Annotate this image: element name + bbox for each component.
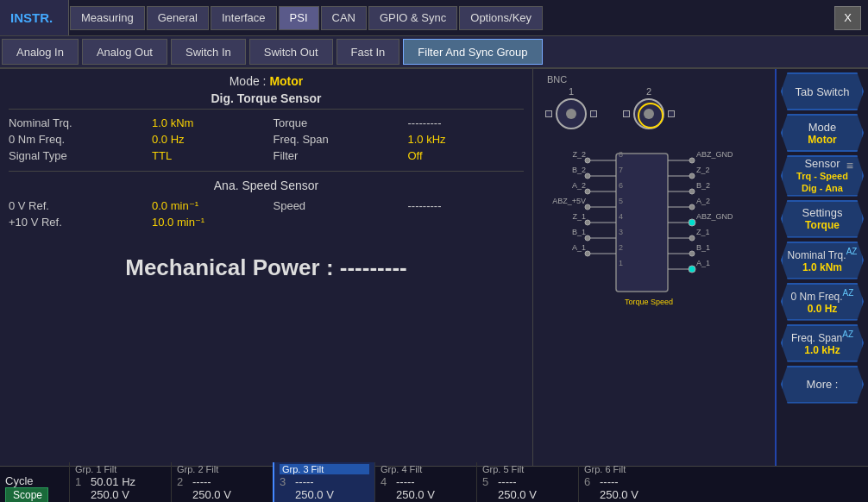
tab-fast-in[interactable]: Fast In	[337, 39, 400, 65]
sensor-hex-val: Trq - SpeedDig - Ana	[796, 170, 848, 195]
grp-5-line1: -----	[498, 475, 517, 488]
mech-power-label: Mechanical Power :	[125, 254, 333, 280]
freq-span-hex-btn[interactable]: Freq. SpanAZ 1.0 kHz	[781, 324, 864, 362]
grp-2-title: Grp. 2 Filt	[177, 464, 267, 474]
mech-power: Mechanical Power : ---------	[9, 254, 524, 281]
grp-3-line2: 250.0 V	[295, 488, 334, 501]
mode-hex-btn[interactable]: Mode Motor	[781, 114, 864, 152]
bnc-corner-2-tr	[668, 110, 675, 117]
grp-3-v: 250.0 V	[280, 488, 369, 501]
interface-btn[interactable]: Interface	[211, 6, 277, 30]
svg-point-20	[689, 189, 695, 194]
svg-text:2: 2	[619, 243, 623, 252]
tab-switch-out[interactable]: Switch Out	[249, 39, 333, 65]
svg-text:Speed: Speed	[651, 298, 673, 306]
grp-5-sp	[482, 488, 494, 501]
general-btn[interactable]: General	[147, 6, 209, 30]
svg-text:ABZ_GND: ABZ_GND	[696, 212, 733, 221]
grp-5-v: 250.0 V	[482, 488, 573, 501]
speed-params: 0 V Ref. 0.0 min⁻¹ Speed --------- +10 V…	[9, 199, 524, 229]
grp-2-v: 250.0 V	[177, 488, 267, 501]
grp-2-num: 2	[177, 475, 189, 488]
empty-label	[274, 216, 403, 229]
grp-4-num: 4	[381, 475, 393, 488]
svg-point-22	[689, 204, 695, 210]
mode-hex-label: Mode	[808, 121, 837, 134]
grp-4-vals: 4 -----	[381, 475, 471, 488]
tab-switch-in[interactable]: Switch In	[171, 39, 246, 65]
sensor-hex-label: Sensor	[804, 157, 840, 170]
freq-span-label: Freq. Span	[274, 133, 403, 146]
bnc-corner-1-tr	[590, 110, 597, 117]
tab-switch-btn[interactable]: Tab Switch	[781, 72, 864, 110]
grp-1-line2: 250.0 V	[91, 488, 129, 501]
grp-3-sp	[280, 488, 292, 501]
speed-label: Speed	[274, 199, 403, 212]
right-panel: BNC 1 2	[533, 69, 775, 466]
grp-4-v: 250.0 V	[381, 488, 471, 501]
gpio-btn[interactable]: GPIO & Sync	[368, 6, 457, 30]
svg-text:7: 7	[619, 166, 623, 174]
status-bar: Cycle Scope Grp. 1 Filt 1 50.01 Hz 250.0…	[0, 466, 868, 502]
dig-torque-title: Dig. Torque Sensor	[9, 91, 524, 110]
filter-value: Off	[408, 149, 525, 162]
tab-analog-in[interactable]: Analog In	[2, 39, 79, 65]
empty-value	[408, 216, 525, 229]
svg-text:B_1: B_1	[696, 243, 710, 252]
options-btn[interactable]: Options/Key	[459, 6, 543, 30]
svg-text:Z_1: Z_1	[696, 228, 710, 236]
svg-text:B_2: B_2	[696, 181, 710, 190]
scope-cycle: Cycle Scope	[0, 473, 69, 502]
torque-label: Torque	[274, 116, 403, 129]
0nm-freq-hex-btn[interactable]: 0 Nm Freq.AZ 0.0 Hz	[781, 283, 864, 321]
grp-5-num: 5	[482, 475, 494, 488]
grp-6-v: 250.0 V	[584, 488, 675, 501]
svg-point-18	[689, 173, 695, 179]
filter-label: Filter	[274, 149, 403, 162]
grp-2-vals: 2 -----	[177, 475, 267, 488]
top-bar: INSTR. Measuring General Interface PSI C…	[0, 0, 868, 36]
0nm-freq-value: 0.0 Hz	[152, 133, 268, 146]
cycle-label: Cycle	[5, 474, 64, 487]
freq-span-value: 1.0 kHz	[408, 133, 525, 146]
grp-3-vals: 3 -----	[280, 475, 369, 488]
bnc-circle-1	[556, 98, 587, 129]
more-hex-btn[interactable]: More :	[781, 366, 864, 404]
nominal-trq-hex-btn[interactable]: Nominal Trq.AZ 1.0 kNm	[781, 242, 864, 279]
speed-value: ---------	[408, 199, 525, 212]
mode-value: Motor	[269, 74, 303, 88]
svg-text:Z_1: Z_1	[572, 212, 586, 221]
grp-1-vals: 1 50.01 Hz	[75, 475, 166, 488]
tab-filter-sync[interactable]: Filter And Sync Group	[403, 39, 542, 65]
10vref-label: +10 V Ref.	[9, 216, 147, 229]
svg-text:3: 3	[619, 228, 623, 236]
grp-3-num: 3	[280, 475, 292, 488]
grp-5: Grp. 5 Filt 5 ----- 250.0 V 600.0 mA	[476, 462, 578, 503]
grp-3-title: Grp. 3 Filt	[280, 464, 369, 474]
scope-btn[interactable]: Scope	[5, 487, 48, 502]
0nm-freq-label: 0 Nm Freq.	[9, 133, 147, 146]
grp-5-vals: 5 -----	[482, 475, 573, 488]
measuring-btn[interactable]: Measuring	[70, 6, 145, 30]
svg-text:Torque: Torque	[625, 298, 649, 306]
settings-hex-btn[interactable]: Settings Torque	[781, 200, 864, 238]
close-btn[interactable]: X	[834, 6, 861, 30]
svg-text:Z_2: Z_2	[572, 150, 586, 159]
grp-2-line2: 250.0 V	[192, 488, 231, 501]
tab-analog-out[interactable]: Analog Out	[82, 39, 167, 65]
svg-text:1: 1	[619, 259, 623, 267]
grp-4-line2: 250.0 V	[396, 488, 435, 501]
settings-hex-val: Torque	[805, 219, 840, 231]
grp-1-sp	[75, 488, 87, 501]
sensor-hex-btn[interactable]: Sensor Trq - SpeedDig - Ana ≡	[781, 155, 864, 197]
can-btn[interactable]: CAN	[321, 6, 367, 30]
psi-btn[interactable]: PSI	[279, 6, 319, 30]
10vref-value: 10.0 min⁻¹	[152, 216, 268, 229]
nominal-trq-value: 1.0 kNm	[152, 116, 268, 129]
svg-point-16	[689, 158, 695, 163]
svg-point-32	[689, 266, 695, 273]
grp-4-sp	[381, 488, 393, 501]
grp-6-line2: 250.0 V	[600, 488, 638, 501]
settings-hex-label: Settings	[802, 206, 843, 219]
grp-1-v: 250.0 V	[75, 488, 166, 501]
